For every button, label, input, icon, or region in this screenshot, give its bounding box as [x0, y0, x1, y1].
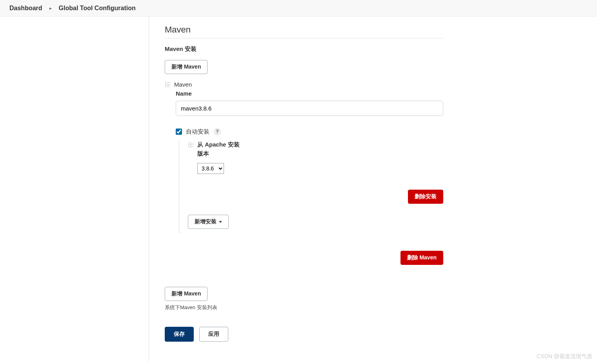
chevron-right-icon: ▸: [49, 5, 52, 11]
auto-install-checkbox[interactable]: [176, 129, 182, 135]
maven-tool-block: Maven Name 自动安装 ? 从 Apache 安装 版本 3.8.6: [165, 81, 443, 265]
installer-title: 从 Apache 安装: [197, 141, 240, 148]
add-installer-button[interactable]: 新增安装: [188, 215, 229, 229]
version-select[interactable]: 3.8.6: [197, 163, 224, 174]
tool-type-label: Maven: [174, 81, 192, 88]
save-button[interactable]: 保存: [165, 327, 194, 342]
version-label: 版本: [197, 150, 443, 158]
drag-handle-icon[interactable]: [165, 82, 170, 87]
sidebar: [0, 17, 149, 362]
maven-install-heading: Maven 安装: [165, 45, 443, 53]
installer-block: 从 Apache 安装 版本 3.8.6 删除安装 新增安装: [179, 141, 443, 233]
add-maven-button-bottom[interactable]: 新增 Maven: [165, 287, 207, 301]
delete-maven-button[interactable]: 删除 Maven: [400, 251, 443, 265]
drag-handle-icon[interactable]: [188, 142, 193, 148]
footer-buttons: 保存 应用: [165, 327, 443, 342]
breadcrumb: Dashboard ▸ Global Tool Configuration: [0, 0, 597, 17]
auto-install-label: 自动安装: [186, 128, 209, 136]
name-field-label: Name: [176, 90, 443, 97]
apply-button[interactable]: 应用: [199, 327, 228, 342]
breadcrumb-dashboard[interactable]: Dashboard: [9, 5, 42, 12]
chevron-down-icon: [219, 221, 222, 223]
add-installer-label: 新增安装: [195, 218, 217, 225]
delete-installer-button[interactable]: 删除安装: [408, 190, 443, 204]
breadcrumb-global-tool-config[interactable]: Global Tool Configuration: [59, 5, 136, 12]
section-title-maven: Maven: [165, 25, 443, 38]
main-content: Maven Maven 安装 新增 Maven Maven Name 自动安装 …: [149, 17, 459, 362]
add-maven-button-top[interactable]: 新增 Maven: [165, 60, 207, 74]
maven-list-help-text: 系统下Maven 安装列表: [165, 304, 443, 311]
maven-name-input[interactable]: [176, 101, 443, 116]
help-icon[interactable]: ?: [213, 128, 221, 136]
